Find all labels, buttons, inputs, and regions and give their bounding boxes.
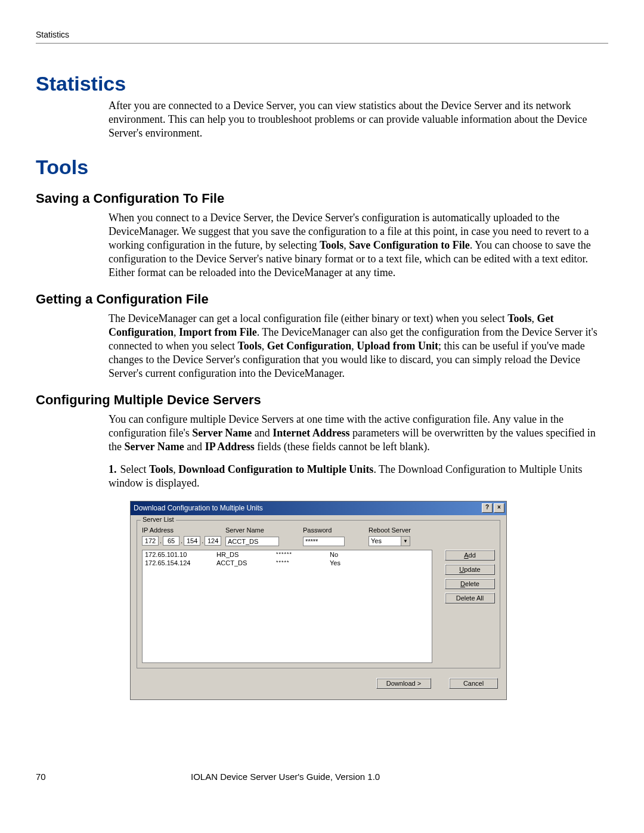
footer-title: IOLAN Device Server User's Guide, Versio…: [107, 772, 608, 782]
heading-getting-config: Getting a Configuration File: [36, 292, 608, 307]
list-item[interactable]: 172.65.154.124 ACCT_DS ***** Yes: [143, 559, 432, 567]
chevron-down-icon: ▼: [401, 537, 410, 546]
close-icon[interactable]: ×: [494, 503, 504, 513]
label-reboot: Reboot Server: [369, 527, 428, 534]
steps-list: 1.Select Tools, Download Configuration t…: [109, 463, 608, 491]
cancel-button[interactable]: Cancel: [449, 678, 498, 689]
getting-paragraph: The DeviceManager can get a local config…: [109, 312, 608, 380]
dialog-title-text: Download Configuration to Multiple Units: [134, 504, 481, 512]
download-button[interactable]: Download >: [376, 678, 431, 689]
groupbox-legend: Server List: [141, 516, 176, 523]
running-header: Statistics: [36, 30, 608, 44]
ip-octet-4[interactable]: [205, 536, 221, 546]
page-number: 70: [36, 772, 107, 782]
ip-octet-2[interactable]: [163, 536, 179, 546]
help-icon[interactable]: ?: [482, 503, 493, 513]
groupbox-serverlist: Server List IP Address Server Name Passw…: [137, 520, 500, 668]
dialog-titlebar: Download Configuration to Multiple Units…: [131, 501, 506, 515]
heading-tools: Tools: [36, 156, 608, 179]
heading-saving-config: Saving a Configuration To File: [36, 191, 608, 206]
server-name-input[interactable]: [225, 537, 279, 546]
label-password: Password: [303, 527, 369, 534]
heading-statistics: Statistics: [36, 72, 608, 95]
label-server: Server Name: [225, 527, 303, 534]
multi-paragraph: You can configure multiple Device Server…: [109, 413, 608, 454]
delete-all-button[interactable]: Delete All: [445, 593, 495, 603]
step-1: 1.Select Tools, Download Configuration t…: [109, 463, 608, 491]
saving-paragraph: When you connect to a Device Server, the…: [109, 211, 608, 280]
reboot-select[interactable]: Yes ▼: [369, 536, 410, 546]
server-listbox[interactable]: 172.65.101.10 HR_DS ****** No 172.65.154…: [142, 550, 432, 663]
dialog-download-config: Download Configuration to Multiple Units…: [130, 501, 507, 700]
list-item[interactable]: 172.65.101.10 HR_DS ****** No: [143, 550, 432, 559]
add-button[interactable]: Add: [445, 550, 495, 561]
ip-octet-3[interactable]: [184, 536, 200, 546]
statistics-paragraph: After you are connected to a Device Serv…: [109, 99, 608, 140]
page-footer: 70 IOLAN Device Server User's Guide, Ver…: [36, 772, 608, 782]
heading-multi-config: Configuring Multiple Device Servers: [36, 392, 608, 408]
label-ip: IP Address: [142, 527, 225, 534]
password-input[interactable]: [303, 537, 345, 546]
delete-button[interactable]: Delete: [445, 578, 495, 589]
ip-octet-1[interactable]: [142, 536, 159, 546]
update-button[interactable]: Update: [445, 564, 495, 575]
